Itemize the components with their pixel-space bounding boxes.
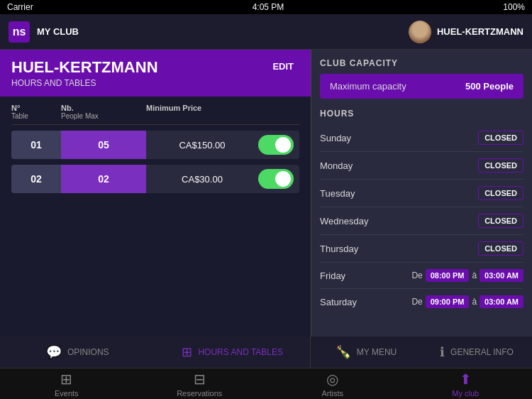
opinions-icon: 💬 [46,344,62,360]
toggle-1[interactable] [258,169,294,189]
cell-nb-0: 05 [61,131,146,159]
page-title: MY CLUB [37,26,79,37]
reservations-icon: ⊟ [194,371,206,388]
edit-button[interactable]: EDIT [267,58,299,75]
capacity-value: 500 People [465,81,514,92]
avatar-face [409,21,431,43]
cell-price-0: CA$150.00 [146,131,258,159]
events-label: Events [55,389,79,398]
battery-label: 100% [503,2,525,12]
main-content: HUEL-KERTZMANN HOURS AND TABLES EDIT N° … [0,50,532,337]
day-name-0: Sunday [320,133,384,143]
my-club-icon: ⬆ [460,371,472,388]
end-time-5: 03:00 AM [480,269,523,282]
events-icon: ⊞ [60,371,72,388]
day-row-wednesday: Wednesday CLOSED [320,207,523,235]
carrier-label: Carrier [7,2,33,12]
avatar [409,21,431,43]
col-price-label: Minimum Price [146,104,299,112]
hours-open-5: De 08:00 PM à 03:00 AM [411,269,523,282]
my-club-label: My club [452,389,479,398]
time-label: 4:05 PM [253,2,284,12]
day-name-6: Saturday [320,297,384,307]
sub-btn-hours-tables[interactable]: ⊞ HOURS AND TABLES [155,337,311,368]
capacity-title: CLUB CAPACITY [320,58,523,68]
col-price: Minimum Price [146,104,299,120]
opinions-label: OPINIONS [67,347,109,357]
table-header: N° Table Nb. People Max Minimum Price [11,104,299,125]
logo: ns [9,21,30,43]
cell-price-1: CA$30.00 [146,165,258,193]
start-time-5: 08:00 PM [426,269,470,282]
right-panel: CLUB CAPACITY Maximum capacity 500 Peopl… [311,50,532,337]
capacity-box: Maximum capacity 500 People [320,74,523,99]
header: ns MY CLUB HUEL-KERTZMANN [0,14,532,50]
day-row-saturday: Saturday De 09:00 PM à 03:00 AM [320,289,523,315]
table-rows: 01 05 CA$150.00 02 02 CA$30.00 [11,131,299,193]
club-header: HUEL-KERTZMANN HOURS AND TABLES EDIT [0,50,311,97]
header-left: ns MY CLUB [9,21,79,43]
hours-tables-icon: ⊞ [182,344,192,360]
closed-badge-3: CLOSED [478,214,523,228]
main-nav-my-club[interactable]: ⬆ My club [399,368,533,399]
col-nb-top: Nb. [61,104,146,112]
hours-open-6: De 09:00 PM à 03:00 AM [411,295,523,308]
sub-btn-opinions[interactable]: 💬 OPINIONS [0,337,155,368]
cell-num-1: 02 [11,165,61,193]
cell-num-0: 01 [11,131,61,159]
closed-badge-0: CLOSED [478,131,523,145]
sub-nav-bar: 💬 OPINIONS ⊞ HOURS AND TABLES 🍾 MY MENU … [0,337,532,368]
general-info-icon: ℹ [440,344,445,360]
days-list: Sunday CLOSED Monday CLOSED Tuesday CLOS… [320,124,523,315]
hours-section: HOURS Sunday CLOSED Monday CLOSED Tuesda… [320,109,523,315]
col-nb: Nb. People Max [61,104,146,120]
sub-btn-general-info[interactable]: ℹ GENERAL INFO [421,337,532,368]
day-row-friday: Friday De 08:00 PM à 03:00 AM [320,263,523,289]
table-section: N° Table Nb. People Max Minimum Price 01… [0,97,311,337]
day-row-tuesday: Tuesday CLOSED [320,180,523,207]
cell-nb-1: 02 [61,165,146,193]
day-name-4: Thursday [320,244,384,254]
sub-btn-my-menu[interactable]: 🍾 MY MENU [311,337,421,368]
status-bar: Carrier 4:05 PM 100% [0,0,532,14]
user-name: HUEL-KERTZMANN [437,26,523,37]
col-num-top: N° [11,104,61,112]
main-nav-events[interactable]: ⊞ Events [0,368,133,399]
artists-icon: ◎ [326,371,338,388]
day-row-sunday: Sunday CLOSED [320,124,523,152]
day-name-3: Wednesday [320,216,384,226]
reservations-label: Reservations [177,389,222,398]
club-info: HUEL-KERTZMANN HOURS AND TABLES [11,58,158,88]
my-menu-icon: 🍾 [336,344,351,360]
de-label-6: De [411,297,422,307]
sub-nav-left: 💬 OPINIONS ⊞ HOURS AND TABLES [0,337,311,368]
artists-label: Artists [321,389,343,398]
table-row: 01 05 CA$150.00 [11,131,299,159]
my-menu-label: MY MENU [357,347,397,357]
a-label-6: à [472,297,477,307]
hours-tables-label: HOURS AND TABLES [198,347,283,357]
end-time-6: 03:00 AM [480,295,523,308]
day-row-monday: Monday CLOSED [320,152,523,180]
general-info-label: GENERAL INFO [450,347,514,357]
club-name: HUEL-KERTZMANN [11,58,158,77]
a-label-5: à [472,270,477,280]
closed-badge-1: CLOSED [478,158,523,173]
main-nav-artists[interactable]: ◎ Artists [266,368,399,399]
day-row-thursday: Thursday CLOSED [320,235,523,263]
capacity-label: Maximum capacity [330,81,406,92]
closed-badge-4: CLOSED [478,241,523,256]
toggle-0[interactable] [258,135,294,155]
start-time-6: 09:00 PM [426,295,470,308]
sub-nav-right: 🍾 MY MENU ℹ GENERAL INFO [311,337,532,368]
col-nb-bottom: People Max [61,112,146,120]
col-num-bottom: Table [11,112,61,120]
closed-badge-2: CLOSED [478,186,523,200]
day-name-2: Tuesday [320,188,384,199]
main-nav-reservations[interactable]: ⊟ Reservations [133,368,267,399]
day-name-5: Friday [320,270,384,281]
hours-title: HOURS [320,109,523,119]
left-panel: HUEL-KERTZMANN HOURS AND TABLES EDIT N° … [0,50,311,337]
table-row: 02 02 CA$30.00 [11,165,299,193]
day-name-1: Monday [320,160,384,171]
